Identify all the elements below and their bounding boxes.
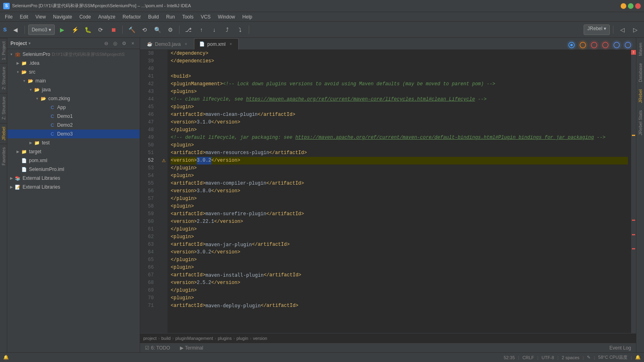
tree-item-scratches[interactable]: ▶ 📝 External Libraries: [7, 183, 140, 191]
gi-56: [160, 187, 167, 195]
project-locate[interactable]: ◎: [111, 40, 119, 47]
back-button[interactable]: ◀: [10, 24, 21, 35]
bc-version[interactable]: version: [253, 336, 267, 341]
gi-46: [160, 111, 167, 119]
settings-button[interactable]: ⚙: [165, 24, 176, 35]
ln-38: 38: [140, 50, 157, 58]
tree-item-idea[interactable]: ▶ 📁 .idea: [7, 59, 140, 68]
chrome-icon[interactable]: [567, 40, 576, 50]
toolbar: S ◀ Demo3 ▾ ▶ ⚡ 🐛 ⟳ ⏹ 🔨 ⟲ 🔍 ⚙ ⎇ ↑ ↓ ⤴ ⤵ …: [0, 22, 644, 38]
debug-button[interactable]: 🐛: [82, 24, 93, 35]
run-with-coverage-button[interactable]: ⚡: [69, 24, 80, 35]
edge-icon[interactable]: [612, 40, 621, 50]
left-tab-favorites[interactable]: Favorites: [0, 144, 7, 169]
firefox-icon[interactable]: [578, 40, 588, 50]
tree-item-iml[interactable]: ▶ 📄 SeleniumPro.iml: [7, 165, 140, 174]
maximize-button[interactable]: [628, 3, 634, 9]
menu-item-refactor[interactable]: Refactor: [120, 13, 144, 21]
nav-back-button[interactable]: ◁: [617, 24, 628, 35]
search-button[interactable]: 🔍: [152, 24, 163, 35]
btab-todo[interactable]: ☑ 6: TODO: [143, 344, 172, 352]
vtab-database[interactable]: Database: [637, 60, 644, 85]
tree-item-test[interactable]: ▶ 📁 test: [7, 138, 140, 147]
tab-close-pomxml[interactable]: ×: [228, 41, 233, 47]
btab-eventlog[interactable]: Event Log: [608, 344, 633, 352]
left-tab-structure[interactable]: 2: Structure: [0, 63, 7, 93]
menu-item-run[interactable]: Run: [163, 13, 178, 21]
status-line-col[interactable]: 52:35: [504, 355, 515, 360]
git5-button[interactable]: ⤵: [234, 24, 246, 35]
bc-plugin[interactable]: plugin: [236, 336, 248, 341]
bc-plugins[interactable]: plugins: [218, 336, 232, 341]
code-line-44: <!-- clean lifecycle, see https://maven.…: [171, 96, 628, 103]
vtab-jrebel[interactable]: JRebel: [637, 86, 644, 106]
tree-item-src[interactable]: ▾ 📂 src: [7, 68, 140, 76]
project-settings[interactable]: ⚙: [120, 40, 128, 47]
project-dropdown-arrow[interactable]: ▾: [29, 41, 31, 45]
tree-item-extlibs[interactable]: ▶ 📚 External Libraries: [7, 174, 140, 183]
status-eventlog[interactable]: 🔔: [3, 355, 9, 360]
tree-item-app[interactable]: ▶ C App: [7, 103, 140, 112]
run-config2-button[interactable]: ⟳: [95, 24, 106, 35]
tree-item-demo3[interactable]: ▶ C Demo3: [7, 130, 140, 138]
build-button[interactable]: 🔨: [126, 24, 137, 35]
run-config-selector[interactable]: Demo3 ▾: [28, 25, 55, 35]
tree-label-demo3: Demo3: [57, 131, 73, 137]
left-tab-jrebel[interactable]: JRebel: [0, 123, 7, 144]
git3-button[interactable]: ↓: [208, 24, 220, 35]
run-button[interactable]: ▶: [56, 24, 68, 35]
left-tab-project[interactable]: 1: Project: [0, 38, 7, 63]
status-charset[interactable]: UTF-8: [541, 355, 554, 360]
menu-item-view[interactable]: View: [32, 13, 49, 21]
bc-project[interactable]: project: [143, 336, 157, 341]
tab-demo3[interactable]: ☕ Demo3.java ×: [142, 38, 194, 49]
menu-item-edit[interactable]: Edit: [17, 13, 31, 21]
tree-item-main[interactable]: ▾ 📂 main: [7, 76, 140, 85]
tree-item-root[interactable]: ▾ 💼 SeleniumPro D:\Y1\课堂代码和录屏\SSM\projec…: [7, 50, 140, 59]
bc-build[interactable]: build: [161, 336, 171, 341]
folder-icon-src: 📂: [21, 69, 27, 75]
status-spaces[interactable]: 2 spaces: [562, 355, 580, 360]
vtab-jrebel-stats[interactable]: JRebel Stats: [637, 107, 644, 138]
menu-item-navigate[interactable]: Navigate: [50, 13, 75, 21]
tree-item-comzking[interactable]: ▾ 📂 com.zking: [7, 94, 140, 103]
tab-pomxml[interactable]: 📄 pom.xml ×: [194, 38, 239, 49]
menu-item-analyze[interactable]: Analyze: [95, 13, 119, 21]
git-button[interactable]: ⎇: [183, 24, 194, 35]
jrebel-button[interactable]: JRebel ▾: [584, 25, 610, 35]
menu-item-vcs[interactable]: VCS: [198, 13, 214, 21]
left-tab-zstructure[interactable]: Z: Structure: [0, 93, 7, 123]
minimize-button[interactable]: [621, 3, 626, 9]
menu-item-build[interactable]: Build: [145, 13, 162, 21]
close-button[interactable]: [635, 3, 641, 9]
menu-item-file[interactable]: File: [2, 13, 16, 21]
status-crlf[interactable]: CRLF: [522, 355, 534, 360]
tree-item-demo1[interactable]: ▶ C Demo1: [7, 112, 140, 121]
menu-item-tools[interactable]: Tools: [179, 13, 197, 21]
stop-button[interactable]: ⏹: [108, 24, 119, 35]
tree-item-java[interactable]: ▾ 📂 java: [7, 85, 140, 94]
safari-icon[interactable]: [623, 40, 633, 50]
btab-terminal[interactable]: ▶ Terminal: [178, 344, 205, 352]
gi-38: [160, 50, 167, 58]
tree-item-pomxml[interactable]: ▶ 📄 pom.xml: [7, 156, 140, 165]
bc-pluginmanagement[interactable]: pluginManagement: [175, 336, 213, 341]
project-close[interactable]: ×: [129, 40, 136, 47]
tree-item-target[interactable]: ▶ 📁 target: [7, 147, 140, 156]
sync-button[interactable]: ⟲: [139, 24, 150, 35]
menu-item-code[interactable]: Code: [76, 13, 94, 21]
opera-icon[interactable]: [601, 40, 610, 50]
git4-button[interactable]: ⤴: [221, 24, 233, 35]
status-notifications[interactable]: 🔔: [635, 355, 641, 360]
git2-button[interactable]: ↑: [196, 24, 207, 35]
ie-icon[interactable]: [589, 40, 599, 50]
vtab-maven[interactable]: Maven: [637, 39, 644, 59]
status-rw[interactable]: ✎: [587, 355, 590, 360]
tree-item-demo2[interactable]: ▶ C Demo2: [7, 121, 140, 130]
project-collapse-all[interactable]: ⊖: [103, 40, 110, 47]
menu-item-help[interactable]: Help: [239, 13, 256, 21]
nav-forward-button[interactable]: ▷: [630, 24, 641, 35]
code-content[interactable]: </dependency> </dependencies> <build> <p…: [167, 50, 631, 333]
tab-close-demo3[interactable]: ×: [183, 41, 189, 47]
menu-item-window[interactable]: Window: [215, 13, 238, 21]
